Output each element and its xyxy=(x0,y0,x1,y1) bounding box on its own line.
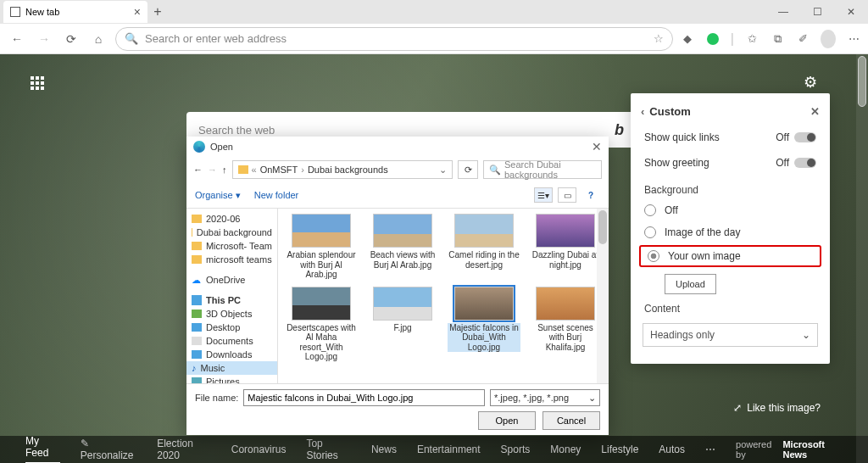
address-placeholder: Search or enter web address xyxy=(145,32,287,45)
feed-link[interactable]: My Feed xyxy=(25,435,60,463)
feed-link[interactable]: Lifestyle xyxy=(601,443,638,455)
feed-bar: My Feed ✎ Personalize Election 2020 Coro… xyxy=(0,436,868,463)
content-select[interactable]: Headings only ⌄ xyxy=(643,323,818,347)
refresh-button[interactable]: ⟳ xyxy=(61,29,81,49)
feed-link[interactable]: Autos xyxy=(659,443,685,455)
apps-grid-icon[interactable] xyxy=(31,76,44,90)
expand-icon: ⤢ xyxy=(733,402,742,414)
file-item[interactable]: Arabian splendour with Burj Al Arab.jpg xyxy=(283,214,359,280)
feed-link[interactable]: Election 2020 xyxy=(157,438,211,461)
nav-tree[interactable]: 2020-06 Dubai background Microsoft- Team… xyxy=(186,209,278,383)
organise-menu[interactable]: Organise ▾ xyxy=(195,190,241,201)
grammarly-icon[interactable] xyxy=(705,31,721,47)
search-placeholder: Search the web xyxy=(198,124,275,137)
feed-more[interactable]: ⋯ xyxy=(705,443,715,455)
nav-up-button[interactable]: ↑ xyxy=(222,165,227,175)
bg-own-radio[interactable]: Your own image xyxy=(644,248,816,264)
more-icon[interactable]: ⋯ xyxy=(846,31,861,47)
file-item[interactable]: Sunset scenes with Burj Khalifa.jpg xyxy=(527,287,604,362)
greeting-label: Show greeting xyxy=(644,157,709,169)
favorites-icon[interactable]: ✩ xyxy=(744,31,760,47)
nav-fwd-button[interactable]: → xyxy=(208,165,217,175)
bg-off-radio[interactable]: Off xyxy=(631,199,830,221)
folder-icon xyxy=(238,165,248,174)
gear-icon[interactable]: ⚙ xyxy=(804,73,817,92)
address-bar[interactable]: 🔍 Search or enter web address ☆ xyxy=(115,27,673,51)
file-item[interactable]: F.jpg xyxy=(364,287,441,362)
cancel-button[interactable]: Cancel xyxy=(542,411,600,430)
file-grid-scrollbar[interactable] xyxy=(597,209,609,383)
greeting-toggle[interactable] xyxy=(794,158,816,168)
panel-title: Custom xyxy=(649,105,690,118)
chevron-down-icon[interactable]: ⌄ xyxy=(439,165,447,176)
refresh-button[interactable]: ⟳ xyxy=(458,160,478,179)
collections-icon[interactable]: ⧉ xyxy=(770,31,785,47)
quick-links-toggle[interactable] xyxy=(794,132,816,142)
new-tab-page: ⚙ Search the web b ⤢ Like this image? My… xyxy=(0,54,868,463)
content-heading: Content xyxy=(631,294,830,318)
file-item[interactable]: Majestic falcons in Dubai_With Logo.jpg xyxy=(446,287,522,362)
file-item[interactable]: Dazzling Dubai at night.jpg xyxy=(527,214,604,280)
feed-link[interactable]: Coronavirus xyxy=(231,443,287,455)
tab-title: New tab xyxy=(25,7,59,17)
feed-link[interactable]: ✎ Personalize xyxy=(81,438,136,461)
filename-label: File name: xyxy=(195,393,238,403)
nav-back-button[interactable]: ← xyxy=(193,165,203,175)
like-image-link[interactable]: ⤢ Like this image? xyxy=(733,402,821,414)
back-button[interactable]: ← xyxy=(7,29,27,49)
path-bar[interactable]: « OnMSFT› Dubai backgrounds ⌄ xyxy=(232,160,453,179)
file-item[interactable]: Camel riding in the desert.jpg xyxy=(446,214,522,280)
bing-logo: b xyxy=(615,121,624,139)
page-icon xyxy=(10,7,20,17)
background-heading: Background xyxy=(631,176,830,199)
filename-input[interactable] xyxy=(243,389,485,406)
extensions-icon[interactable]: ✐ xyxy=(795,31,810,47)
search-icon: 🔍 xyxy=(125,32,138,45)
diamond-icon[interactable]: ◆ xyxy=(680,31,695,47)
home-button[interactable]: ⌂ xyxy=(88,29,108,49)
browser-tab[interactable]: New tab × xyxy=(3,1,147,23)
view-mode-button[interactable]: ☰▾ xyxy=(534,187,553,203)
minimize-button[interactable]: — xyxy=(766,6,800,18)
profile-avatar[interactable] xyxy=(821,31,836,47)
file-item[interactable]: Beach views with Burj Al Arab.jpg xyxy=(364,214,441,280)
preview-pane-button[interactable]: ▭ xyxy=(558,187,576,203)
favorite-icon[interactable]: ☆ xyxy=(654,32,664,45)
search-icon: 🔍 xyxy=(489,165,501,176)
open-button[interactable]: Open xyxy=(478,411,536,430)
browser-toolbar: ← → ⟳ ⌂ 🔍 Search or enter web address ☆ … xyxy=(0,24,868,54)
page-scrollbar[interactable] xyxy=(856,54,868,463)
file-grid: Arabian splendour with Burj Al Arab.jpg … xyxy=(278,209,609,383)
feed-link[interactable]: News xyxy=(371,443,397,455)
feed-link[interactable]: Top Stories xyxy=(306,438,350,461)
edge-icon xyxy=(193,141,205,153)
tab-bar: New tab × + — ☐ ✕ xyxy=(0,0,868,24)
quick-links-label: Show quick links xyxy=(644,131,720,143)
forward-button[interactable]: → xyxy=(34,29,54,49)
feed-link[interactable]: Money xyxy=(550,443,581,455)
dialog-title: Open xyxy=(210,142,233,152)
close-tab-button[interactable]: × xyxy=(134,5,141,19)
feed-link[interactable]: Sports xyxy=(501,443,531,455)
feed-link[interactable]: Entertainment xyxy=(417,443,481,455)
file-open-dialog: Open ✕ ← → ↑ « OnMSFT› Dubai backgrounds… xyxy=(186,137,609,435)
filetype-select[interactable]: *.jpeg, *.jpg, *.png⌄ xyxy=(490,389,600,406)
new-tab-button[interactable]: + xyxy=(147,4,168,20)
new-folder-button[interactable]: New folder xyxy=(254,190,299,200)
back-icon[interactable]: ‹ xyxy=(641,105,644,118)
file-item[interactable]: Desertscapes with Al Maha resort_With Lo… xyxy=(283,287,359,362)
custom-panel: ‹ Custom ✕ Show quick links Off Show gre… xyxy=(631,93,830,364)
help-button[interactable]: ? xyxy=(581,187,600,203)
maximize-button[interactable]: ☐ xyxy=(800,6,834,18)
bg-image-radio[interactable]: Image of the day xyxy=(631,221,830,243)
close-panel-button[interactable]: ✕ xyxy=(810,105,820,118)
close-window-button[interactable]: ✕ xyxy=(834,6,868,18)
upload-button[interactable]: Upload xyxy=(665,274,716,294)
chevron-down-icon: ⌄ xyxy=(802,329,810,341)
dialog-close-button[interactable]: ✕ xyxy=(592,140,602,153)
dialog-search-input[interactable]: 🔍 Search Dubai backgrounds xyxy=(483,160,602,179)
